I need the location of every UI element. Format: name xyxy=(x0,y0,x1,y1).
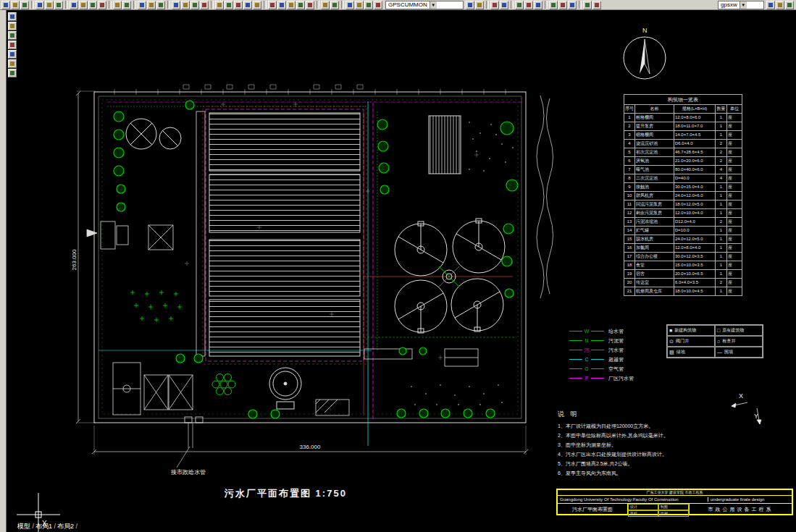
pan-hand-icon[interactable] xyxy=(8,41,17,49)
structure-row: 18食堂15.0×10.0×3.51座 xyxy=(624,261,742,270)
properties-palette-icon[interactable] xyxy=(515,1,524,9)
legend-symbol-icon: ○ xyxy=(717,339,720,344)
layer-control-lock-icon[interactable] xyxy=(466,1,474,9)
copy-icon[interactable] xyxy=(79,1,88,9)
block-editor-icon[interactable] xyxy=(583,1,592,9)
layout-tab-1[interactable]: 布局1 xyxy=(35,522,56,531)
layout-tab-2[interactable]: 布局2 xyxy=(57,522,77,531)
legend-symbol-icon: ▨ xyxy=(669,350,674,355)
image-attach-icon[interactable] xyxy=(156,1,165,9)
title-block: 广东工业大学 建设学院 市政工程系 Guangdong University O… xyxy=(556,489,793,515)
legend-symbol-icon: □ xyxy=(717,328,720,333)
toolbar-group-3 xyxy=(766,1,795,9)
linetype-manager-icon[interactable] xyxy=(490,1,499,9)
axis-x-label: X xyxy=(739,392,743,400)
mass-properties-icon[interactable] xyxy=(234,1,243,9)
left-buildings xyxy=(87,221,173,250)
units-icon[interactable] xyxy=(306,1,314,9)
workspace-switch-icon[interactable] xyxy=(776,1,784,9)
zoom-previous-icon[interactable] xyxy=(200,1,209,9)
match-properties-icon[interactable] xyxy=(98,1,106,9)
render-tool-icon[interactable] xyxy=(766,1,775,9)
layers-side-icon[interactable] xyxy=(8,69,17,77)
cut-icon[interactable] xyxy=(70,1,78,9)
make-object-layer-current-icon[interactable] xyxy=(364,1,373,9)
locate-point-icon[interactable] xyxy=(253,1,261,9)
lineweight-settings-icon[interactable] xyxy=(500,1,508,9)
legend-symbol-icon: — xyxy=(717,350,722,355)
symbols-legend-grid: ■新建构筑物□原有建筑物⊙阀门井○检查井▨绿地—围墙 xyxy=(667,325,763,358)
sports-court xyxy=(113,363,141,415)
dimension-style-icon[interactable] xyxy=(268,1,277,9)
3d-orbit-icon[interactable] xyxy=(330,1,339,9)
text-style-icon[interactable] xyxy=(277,1,286,9)
paste-icon[interactable] xyxy=(88,1,97,9)
notes-block: 说 明 1、本厂设计规模为日处理120000立方米。2、本图中单位除标高以米计外… xyxy=(558,410,775,478)
area-tool-icon[interactable] xyxy=(225,1,233,9)
spelling-icon[interactable] xyxy=(54,1,63,9)
print-icon[interactable] xyxy=(35,1,44,9)
title-block-department-line: 广东工业大学 建设学院 市政工程系 xyxy=(558,490,792,496)
external-reference-icon[interactable] xyxy=(147,1,156,9)
toolbar-separator xyxy=(486,1,489,9)
named-views-icon[interactable] xyxy=(321,1,330,9)
title-block-drawing-name: 污水厂平面布置图 xyxy=(558,504,628,515)
xref-palette-icon[interactable] xyxy=(592,1,601,9)
north-arrow: N xyxy=(624,27,666,79)
structure-row: 10鼓风机房24.0×12.0×6.01座 xyxy=(624,192,742,200)
chevron-down-icon[interactable]: ▼ xyxy=(430,1,437,9)
redo-icon[interactable] xyxy=(122,1,131,9)
zoom-realtime-icon[interactable] xyxy=(181,1,190,9)
list-tool-icon[interactable] xyxy=(243,1,252,9)
insert-block-icon[interactable] xyxy=(138,1,146,9)
clean-screen-icon[interactable] xyxy=(785,1,794,9)
quickcalc-icon[interactable] xyxy=(568,1,577,9)
undo-icon[interactable] xyxy=(113,1,122,9)
sheet-set-manager-icon[interactable] xyxy=(549,1,558,9)
zoom-window-icon[interactable] xyxy=(190,1,199,9)
layer-previous-icon[interactable] xyxy=(374,1,382,9)
select-icon[interactable] xyxy=(8,12,17,21)
pan-realtime-icon[interactable] xyxy=(172,1,180,9)
chevron-down-icon[interactable]: ▼ xyxy=(740,1,747,9)
symbol-legend-item: ■新建构筑物 xyxy=(667,325,715,336)
tool-palettes-icon[interactable] xyxy=(534,1,542,9)
layout-tab-model[interactable]: 模型 xyxy=(17,522,34,531)
open-icon[interactable] xyxy=(11,1,20,9)
structure-row: 9接触池30.0×15.0×4.01座 xyxy=(624,183,742,192)
point-style-icon[interactable] xyxy=(296,1,305,9)
design-center-icon[interactable] xyxy=(524,1,533,9)
toolbar-group-1 xyxy=(1,1,383,9)
water-main-label: 接市政给水管 xyxy=(171,469,206,476)
pipe-legend-row: P厂区污水管 xyxy=(569,373,634,383)
style-combo[interactable]: gpsxw ▼ xyxy=(718,1,764,9)
structure-row: 11回流污泥泵房18.0×12.0×5.01座 xyxy=(624,200,742,209)
layer-states-icon[interactable] xyxy=(355,1,364,9)
zoom-in-icon[interactable] xyxy=(8,22,17,30)
note-line: 1、本厂设计规模为日处理120000立方米。 xyxy=(558,421,775,431)
new-icon[interactable] xyxy=(1,1,10,9)
title-block-signature-cells: 设计 制图 审核 比例 xyxy=(628,504,690,515)
table-style-icon[interactable] xyxy=(287,1,296,9)
flower-bed xyxy=(212,374,235,395)
structures-table-title: 构筑物一览表 xyxy=(624,95,742,105)
print-preview-icon[interactable] xyxy=(45,1,54,9)
gas-holder xyxy=(269,368,301,409)
markup-set-manager-icon[interactable] xyxy=(558,1,567,9)
aeration-tanks xyxy=(209,113,360,356)
note-line: 4、污水厂区出水口处按规划提供设计标高设计。 xyxy=(558,449,775,459)
measure-tool-icon[interactable] xyxy=(8,59,17,68)
color-control-icon[interactable] xyxy=(475,1,484,9)
orbit-icon[interactable] xyxy=(8,50,17,59)
title-block-dept: 市政公用设备工程系 xyxy=(690,504,792,515)
structure-row: 5初次沉淀池46.7×28.6×4.52座 xyxy=(624,148,742,157)
layers-icon[interactable] xyxy=(345,1,354,9)
zoom-out-icon[interactable] xyxy=(8,31,17,40)
layer-combo[interactable]: GPSCUMMON ▼ xyxy=(385,1,464,9)
notes-lines: 1、本厂设计规模为日处理120000立方米。2、本图中单位除标高以米计外,其余均… xyxy=(558,421,775,478)
distance-icon[interactable] xyxy=(215,1,224,9)
toolbar-separator xyxy=(65,1,68,9)
save-icon[interactable] xyxy=(20,1,29,9)
structure-row: 2提升泵房18.0×11.0×7.01座 xyxy=(624,122,742,131)
structure-row: 6厌氧池21.0×20.0×6.02座 xyxy=(624,157,742,166)
